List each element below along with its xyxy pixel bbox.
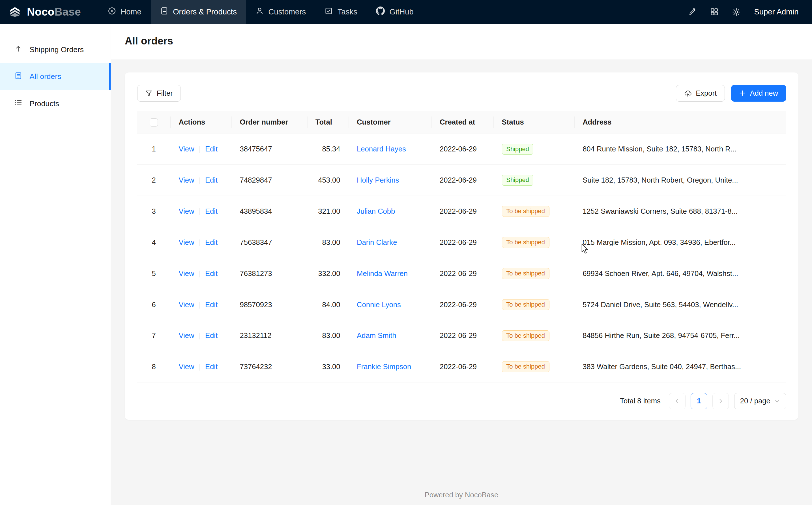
orders-file-icon [14, 72, 22, 81]
edit-link[interactable]: Edit [205, 331, 218, 339]
total-cell: 85.34 [307, 134, 348, 165]
view-link[interactable]: View [179, 238, 194, 246]
customer-link[interactable]: Holly Perkins [357, 176, 399, 184]
customers-icon [256, 7, 264, 17]
customer-link[interactable]: Julian Cobb [357, 207, 395, 215]
edit-link[interactable]: Edit [205, 270, 218, 278]
view-link[interactable]: View [179, 301, 194, 309]
address-cell: 84856 Hirthe Run, Suite 268, 94754-6705,… [574, 320, 786, 351]
next-page-button[interactable] [713, 393, 729, 409]
sidebar: Shipping Orders All orders Products [0, 24, 111, 505]
customer-cell: Julian Cobb [348, 196, 432, 227]
brand-bold: Noco [27, 6, 55, 18]
status-badge: To be shipped [502, 299, 549, 310]
system-settings-button[interactable] [732, 8, 741, 16]
card-toolbar: Filter Export Add new [137, 85, 786, 102]
filter-button[interactable]: Filter [137, 85, 181, 102]
nav-item-customers[interactable]: Customers [246, 0, 315, 24]
customer-link[interactable]: Darin Clarke [357, 238, 397, 246]
sidebar-item-all-orders[interactable]: All orders [0, 63, 110, 90]
address-cell: 69934 Schoen River, Apt. 646, 49704, Wal… [574, 258, 786, 289]
order-number-cell: 74829847 [231, 165, 307, 196]
plus-icon [739, 90, 746, 97]
brand[interactable]: NocoBase [0, 0, 98, 24]
export-button[interactable]: Export [676, 85, 725, 102]
action-divider [200, 364, 200, 371]
order-number-cell: 43895834 [231, 196, 307, 227]
user-menu[interactable]: Super Admin [754, 7, 798, 16]
page-size-select[interactable]: 20 / page [734, 393, 786, 409]
edit-link[interactable]: Edit [205, 176, 218, 184]
add-new-label: Add new [750, 89, 778, 98]
row-actions: ViewEdit [170, 320, 231, 351]
sidebar-item-shipping-orders[interactable]: Shipping Orders [0, 36, 110, 63]
select-all-checkbox[interactable] [150, 118, 158, 127]
customer-link[interactable]: Leonard Hayes [357, 145, 406, 153]
total-cell: 321.00 [307, 196, 348, 227]
action-divider [200, 208, 200, 215]
row-actions: ViewEdit [170, 134, 231, 165]
address-cell: 383 Walter Gardens, Suite 040, 24947, Be… [574, 351, 786, 382]
action-divider [200, 146, 200, 153]
total-cell: 83.00 [307, 227, 348, 258]
created-at-cell: 2022-06-29 [432, 227, 494, 258]
customer-link[interactable]: Adam Smith [357, 331, 396, 339]
table-header: Actions Order number Total Customer Crea… [137, 111, 786, 134]
table-row: 2 ViewEdit 74829847 453.00 Holly Perkins… [137, 165, 786, 196]
total-cell: 83.00 [307, 320, 348, 351]
customer-link[interactable]: Connie Lyons [357, 301, 401, 309]
sidebar-item-products[interactable]: Products [0, 90, 110, 117]
status-cell: To be shipped [493, 258, 574, 289]
table-row: 3 ViewEdit 43895834 321.00 Julian Cobb 2… [137, 196, 786, 227]
row-index: 7 [137, 320, 170, 351]
ui-editor-button[interactable] [689, 8, 697, 16]
tasks-icon [324, 7, 333, 17]
customer-cell: Melinda Warren [348, 258, 432, 289]
customer-link[interactable]: Melinda Warren [357, 270, 408, 278]
row-actions: ViewEdit [170, 289, 231, 320]
plugin-manager-button[interactable] [710, 8, 718, 16]
customer-link[interactable]: Frankie Simpson [357, 363, 411, 370]
nav-item-tasks[interactable]: Tasks [315, 0, 367, 24]
edit-link[interactable]: Edit [205, 238, 218, 246]
row-index: 6 [137, 289, 170, 320]
customer-cell: Connie Lyons [348, 289, 432, 320]
footer-text: Powered by NocoBase [111, 482, 812, 505]
filter-label: Filter [157, 89, 173, 98]
row-index: 2 [137, 165, 170, 196]
edit-link[interactable]: Edit [205, 301, 218, 309]
add-new-button[interactable]: Add new [731, 85, 786, 102]
nav-item-orders-products[interactable]: Orders & Products [151, 0, 246, 24]
orders-table: Actions Order number Total Customer Crea… [137, 111, 786, 383]
view-link[interactable]: View [179, 176, 194, 184]
nav-label: Customers [269, 7, 306, 16]
status-cell: To be shipped [493, 320, 574, 351]
nav-item-github[interactable]: GitHub [367, 0, 423, 24]
chevron-right-icon [718, 398, 724, 404]
address-cell: 5724 Daniel Drive, Suite 563, 54403, Wen… [574, 289, 786, 320]
view-link[interactable]: View [179, 145, 194, 153]
status-badge: To be shipped [502, 330, 549, 341]
nav-item-home[interactable]: Home [98, 0, 151, 24]
status-cell: To be shipped [493, 196, 574, 227]
order-number-cell: 73764232 [231, 351, 307, 382]
created-at-cell: 2022-06-29 [432, 351, 494, 382]
row-index: 3 [137, 196, 170, 227]
view-link[interactable]: View [179, 270, 194, 278]
customer-cell: Holly Perkins [348, 165, 432, 196]
view-link[interactable]: View [179, 363, 194, 370]
edit-link[interactable]: Edit [205, 363, 218, 370]
edit-link[interactable]: Edit [205, 145, 218, 153]
page-1-button[interactable]: 1 [691, 393, 707, 409]
order-number-cell: 75638347 [231, 227, 307, 258]
status-badge: To be shipped [502, 268, 549, 279]
row-actions: ViewEdit [170, 351, 231, 382]
view-link[interactable]: View [179, 331, 194, 339]
edit-link[interactable]: Edit [205, 207, 218, 215]
sidebar-item-label: Products [29, 99, 59, 108]
view-link[interactable]: View [179, 207, 194, 215]
toolbar-right: Export Add new [676, 85, 786, 102]
status-badge: To be shipped [502, 361, 549, 372]
table-row: 1 ViewEdit 38475647 85.34 Leonard Hayes … [137, 134, 786, 165]
prev-page-button[interactable] [669, 393, 686, 409]
